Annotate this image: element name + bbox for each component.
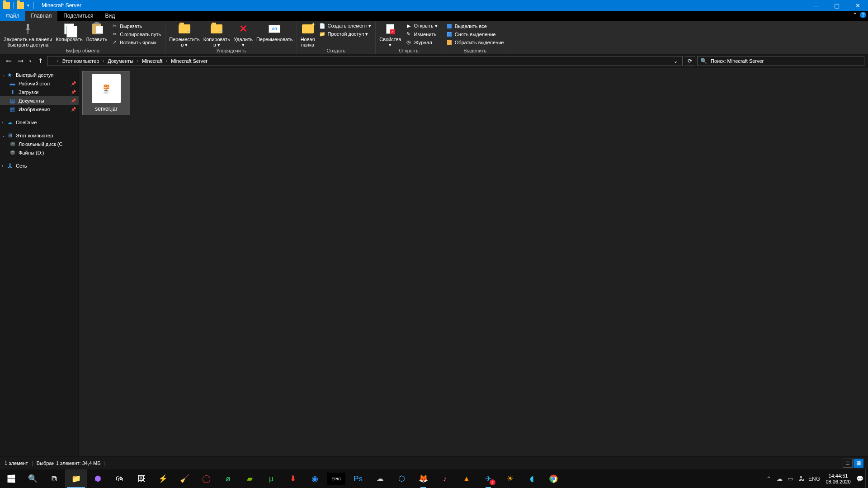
copypath-button[interactable]: ╍Скопировать путь	[109, 30, 163, 38]
tab-home[interactable]: Главная	[25, 11, 58, 21]
taskbar-telegram[interactable]: ✈2	[477, 469, 499, 488]
taskbar-app[interactable]: ☀	[499, 469, 521, 488]
close-button[interactable]: ✕	[847, 0, 868, 11]
tray-onedrive-icon[interactable]: ☁	[774, 469, 785, 488]
selectnone-button[interactable]: Снять выделение	[444, 30, 506, 38]
tray-network-icon[interactable]: 🖧	[796, 469, 807, 488]
expand-icon[interactable]: ›	[2, 120, 3, 125]
view-details-button[interactable]: ☰	[843, 459, 853, 468]
file-item-selected[interactable]: ≋☕ server.jar	[83, 71, 130, 115]
taskbar-firefox[interactable]: 🦊	[412, 469, 434, 488]
history-button[interactable]: ◷Журнал	[403, 38, 440, 46]
tray-clock[interactable]: 14:44:51 08.06.2020	[822, 473, 854, 485]
qat-dropdown-icon[interactable]: ▾	[26, 2, 30, 9]
search-input[interactable]: 🔍 Поиск: Minecraft Server	[697, 56, 864, 66]
taskbar-app[interactable]: ⌀	[217, 469, 239, 488]
ribbon-collapse-icon[interactable]: ⌃	[853, 12, 857, 18]
view-icons-button[interactable]: ▦	[854, 459, 863, 468]
tab-view[interactable]: Вид	[99, 11, 121, 21]
copy-button[interactable]: Копировать	[54, 22, 84, 42]
breadcrumb-segment[interactable]: Этот компьютер	[60, 56, 101, 66]
nav-recent-button[interactable]: ▾	[27, 56, 33, 66]
taskbar-app[interactable]: ◯	[195, 469, 217, 488]
taskbar-itunes[interactable]: ♪	[434, 469, 456, 488]
file-pane[interactable]: ≋☕ server.jar	[79, 68, 868, 456]
tree-downloads[interactable]: ⬇Загрузки📌	[0, 88, 79, 96]
newfolder-button[interactable]: Новая папка	[299, 22, 317, 47]
taskbar-app[interactable]: ⬡	[391, 469, 412, 488]
taskbar-photoshop[interactable]: Ps	[347, 469, 369, 488]
taskbar-edge[interactable]: ◖	[521, 469, 542, 488]
taskbar-chrome[interactable]	[542, 469, 564, 488]
nav-back-button[interactable]: 🠔	[4, 56, 14, 66]
refresh-button[interactable]: ⟳	[684, 56, 695, 66]
taskbar-app[interactable]: µ	[260, 469, 282, 488]
help-icon[interactable]: ?	[860, 12, 866, 18]
rename-button[interactable]: Переименовать	[255, 22, 295, 42]
tree-pictures[interactable]: ▦Изображения📌	[0, 105, 79, 113]
show-desktop-button[interactable]	[865, 469, 868, 488]
tree-onedrive[interactable]: ›☁OneDrive	[0, 118, 79, 127]
breadcrumb-segment[interactable]: Документы	[105, 56, 136, 66]
qat-folder-icon[interactable]	[17, 2, 24, 9]
taskbar-steam[interactable]: ☁	[369, 469, 391, 488]
tree-thispc[interactable]: ⌄🖥Этот компьютер	[0, 131, 79, 140]
nav-tree[interactable]: ⌄★Быстрый доступ ▬Рабочий стол📌 ⬇Загрузк…	[0, 68, 79, 456]
taskbar-app[interactable]: ◉	[304, 469, 326, 488]
nav-forward-button[interactable]: 🠖	[15, 56, 25, 66]
tray-overflow-button[interactable]: ⌃	[763, 469, 774, 488]
chevron-right-icon[interactable]: ›	[136, 59, 139, 63]
taskbar-vlc[interactable]: ▲	[456, 469, 477, 488]
expand-icon[interactable]: ›	[2, 164, 3, 168]
pastelink-button[interactable]: ↗Вставить ярлык	[109, 38, 163, 46]
breadcrumb-segment[interactable]: Minecraft Server	[169, 56, 210, 66]
taskbar-app[interactable]: EPIC	[327, 473, 345, 485]
taskbar-app[interactable]: ⬢	[87, 469, 108, 488]
cut-button[interactable]: ✂Вырезать	[109, 22, 163, 30]
taskbar-app[interactable]: 🖼	[130, 469, 152, 488]
taskbar-app[interactable]: ⬇	[282, 469, 304, 488]
start-button[interactable]	[0, 469, 22, 488]
copyto-button[interactable]: Копировать в ▾	[202, 22, 232, 47]
tray-battery-icon[interactable]: ▭	[785, 469, 796, 488]
moveto-button[interactable]: Переместить в ▾	[167, 22, 201, 47]
address-dropdown-icon[interactable]: ⌄	[670, 58, 680, 64]
taskview-button[interactable]: ⧉	[43, 469, 65, 488]
chevron-right-icon[interactable]: ›	[102, 59, 105, 63]
tray-language[interactable]: ENG	[807, 469, 822, 488]
breadcrumb-segment[interactable]: Minecraft	[140, 56, 165, 66]
properties-button[interactable]: Свойства ▾	[377, 22, 403, 47]
nav-up-button[interactable]: 🠕	[35, 56, 45, 66]
selectall-button[interactable]: Выделить все	[444, 22, 506, 30]
taskbar-app[interactable]: 🛍	[108, 469, 130, 488]
breadcrumb-bar[interactable]: › Этот компьютер › Документы › Minecraft…	[47, 56, 683, 66]
pin-quickaccess-button[interactable]: Закрепить на панели быстрого доступа	[2, 22, 54, 47]
tree-disk-d[interactable]: ⛃Файлы (D:)	[0, 148, 79, 157]
taskbar-app[interactable]: ▰	[239, 469, 260, 488]
tray-notifications-icon[interactable]: 💬	[854, 469, 865, 488]
invertselect-button[interactable]: Обратить выделение	[444, 38, 506, 46]
tab-share[interactable]: Поделиться	[57, 11, 99, 21]
expand-icon[interactable]: ⌄	[2, 133, 5, 138]
open-button[interactable]: ▶Открыть ▾	[403, 22, 440, 30]
minimize-button[interactable]: —	[806, 0, 826, 11]
tree-documents[interactable]: ▤Документы📌	[0, 96, 79, 105]
taskbar-app[interactable]: ⚡	[152, 469, 174, 488]
taskbar-explorer[interactable]: 📁	[65, 469, 87, 488]
easyaccess-button[interactable]: 📁Простой доступ ▾	[317, 30, 374, 38]
paste-button[interactable]: Вставить	[85, 22, 109, 43]
newitem-button[interactable]: 📄Создать элемент ▾	[317, 22, 374, 30]
tree-disk-c[interactable]: ⛃Локальный диск (C	[0, 140, 79, 148]
delete-button[interactable]: ✕Удалить ▾	[232, 22, 255, 47]
taskbar-app[interactable]: 🧹	[174, 469, 195, 488]
chevron-right-icon[interactable]: ›	[165, 59, 168, 63]
tree-network[interactable]: ›🖧Сеть	[0, 161, 79, 170]
tree-quickaccess[interactable]: ⌄★Быстрый доступ	[0, 70, 79, 79]
maximize-button[interactable]: ▢	[826, 0, 847, 11]
tree-desktop[interactable]: ▬Рабочий стол📌	[0, 79, 79, 88]
search-button[interactable]: 🔍	[22, 469, 43, 488]
expand-icon[interactable]: ⌄	[2, 73, 5, 77]
chevron-right-icon[interactable]: ›	[56, 59, 59, 63]
edit-button[interactable]: ✎Изменить	[403, 30, 440, 38]
tab-file[interactable]: Файл	[0, 11, 25, 21]
